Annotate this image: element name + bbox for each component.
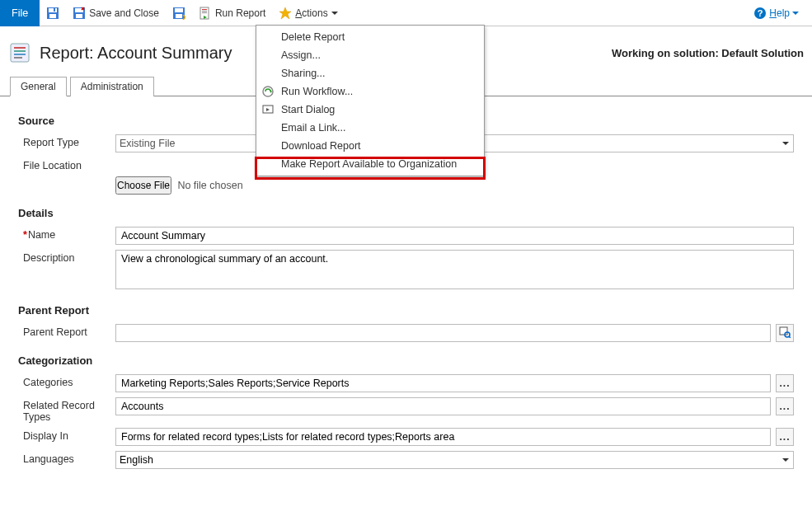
svg-rect-3 [54,8,55,12]
actions-menu-button[interactable]: Actions [272,0,344,26]
ellipsis-icon: ... [779,431,790,443]
help-label: Help [769,7,790,19]
save-and-close-label: Save and Close [89,7,159,19]
help-button[interactable]: ? Help [749,7,804,20]
actions-icon [279,7,292,20]
menu-assign[interactable]: Assign... [256,46,484,64]
choose-file-button[interactable]: Choose File [115,176,171,195]
svg-rect-26 [14,57,22,59]
workflow-icon [261,85,275,98]
menu-download-report[interactable]: Download Report [256,137,484,155]
file-chosen-status: No file chosen [174,180,242,191]
save-as-icon [172,7,185,20]
label-display-in: Display In [18,428,115,442]
parent-report-input[interactable] [115,324,771,342]
menu-start-dialog[interactable]: Start Dialog [256,101,484,119]
save-as-button[interactable] [166,0,192,26]
svg-rect-2 [49,14,56,18]
menu-make-available-org[interactable]: Make Report Available to Organization [256,155,484,173]
command-bar: File Save and Close Run Report Actions ? [0,0,812,26]
section-details: Details [18,197,794,224]
lookup-icon [779,326,791,340]
save-icon [46,7,59,20]
report-entity-icon [8,41,31,64]
parent-report-lookup-button[interactable] [776,324,794,342]
label-report-type: Report Type [18,134,115,148]
svg-text:?: ? [758,8,763,18]
display-in-ellipsis-button[interactable]: ... [776,428,794,446]
ellipsis-icon: ... [779,401,790,412]
svg-rect-6 [76,14,82,18]
save-close-icon [73,7,86,20]
required-star-icon: * [23,229,27,241]
chevron-down-icon [782,142,789,145]
categories-input[interactable] [115,374,771,392]
description-input[interactable]: View a chronological summary of an accou… [115,250,794,289]
languages-select[interactable] [115,451,794,469]
display-in-input[interactable] [115,428,771,446]
label-file-location: File Location [18,157,115,171]
categories-ellipsis-button[interactable]: ... [776,374,794,392]
page-title: Report: Account Summary [40,44,232,63]
ellipsis-icon: ... [779,378,790,389]
svg-rect-1 [49,8,57,12]
svg-rect-14 [202,12,207,13]
tab-general[interactable]: General [10,77,67,96]
svg-rect-22 [11,44,29,62]
dialog-icon [261,103,275,116]
svg-rect-24 [14,50,26,52]
help-icon: ? [753,7,767,20]
tab-administration[interactable]: Administration [70,77,154,96]
related-record-types-ellipsis-button[interactable]: ... [776,397,794,415]
label-related-record-types: Related Record Types [18,397,115,423]
menu-sharing[interactable]: Sharing... [256,64,484,82]
dropdown-caret-icon [792,12,799,15]
label-languages: Languages [18,451,115,465]
svg-rect-8 [175,8,183,12]
dropdown-caret-icon [331,12,338,15]
run-report-label: Run Report [215,7,265,19]
save-button[interactable] [40,0,66,26]
name-input[interactable] [115,227,794,245]
actions-dropdown-menu: Delete Report Assign... Sharing... Run W… [256,25,485,176]
related-record-types-input[interactable] [115,397,771,415]
label-parent-report: Parent Report [18,324,115,338]
svg-rect-12 [202,9,207,10]
menu-run-workflow[interactable]: Run Workflow... [256,82,484,101]
section-categorization: Categorization [18,345,794,372]
svg-marker-19 [270,90,272,93]
svg-rect-23 [14,47,26,49]
file-menu-button[interactable]: File [0,0,40,26]
svg-marker-15 [279,7,291,19]
menu-email-link[interactable]: Email a Link... [256,119,484,137]
menu-delete-report[interactable]: Delete Report [256,28,484,46]
run-report-icon [199,7,212,20]
chevron-down-icon [782,458,789,462]
svg-rect-27 [780,327,787,335]
svg-rect-9 [176,14,182,18]
run-report-button[interactable]: Run Report [192,0,272,26]
svg-line-29 [789,336,791,338]
label-name: *Name [18,227,115,241]
label-description: Description [18,250,115,264]
section-parent-report: Parent Report [18,294,794,321]
svg-rect-13 [202,11,207,12]
svg-rect-25 [14,54,26,55]
actions-label: Actions [295,7,327,19]
save-and-close-button[interactable]: Save and Close [66,0,166,26]
solution-context-label: Working on solution: Default Solution [612,47,804,59]
label-categories: Categories [18,374,115,388]
